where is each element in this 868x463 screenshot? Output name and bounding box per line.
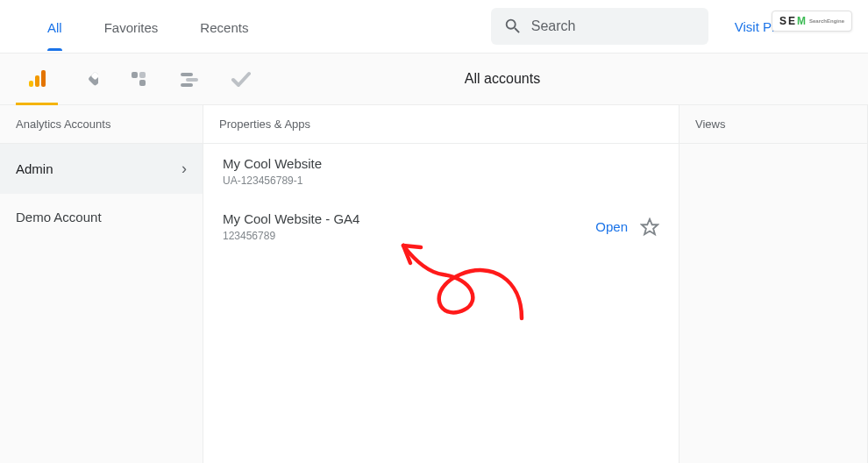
- property-item[interactable]: My Cool Website UA-123456789-1: [203, 144, 679, 199]
- account-item-demo[interactable]: Demo Account: [0, 194, 203, 240]
- scope-tabs: All Favorites Recents: [26, 3, 269, 51]
- product-switcher-row: All accounts: [0, 53, 868, 105]
- search-placeholder: Search: [531, 18, 576, 34]
- property-item[interactable]: My Cool Website - GA4 123456789 Open: [203, 199, 679, 254]
- tab-favorites[interactable]: Favorites: [83, 3, 180, 51]
- property-id: 123456789: [223, 230, 359, 242]
- svg-rect-6: [139, 72, 146, 78]
- accounts-header: Analytics Accounts: [0, 105, 203, 144]
- svg-rect-2: [41, 70, 46, 87]
- properties-header: Properties & Apps: [203, 105, 679, 144]
- account-label: Admin: [16, 161, 53, 176]
- account-item-admin[interactable]: Admin ›: [0, 144, 203, 194]
- picker-columns: Analytics Accounts Admin › Demo Account …: [0, 105, 868, 463]
- views-column: Views: [679, 105, 868, 463]
- product-icons: [26, 68, 251, 89]
- properties-column: Properties & Apps My Cool Website UA-123…: [203, 105, 679, 463]
- svg-marker-11: [642, 218, 658, 233]
- svg-rect-10: [181, 83, 193, 87]
- tag-manager-icon[interactable]: [77, 68, 98, 89]
- chevron-right-icon: ›: [181, 160, 187, 178]
- svg-rect-1: [35, 75, 39, 87]
- accounts-column: Analytics Accounts Admin › Demo Account: [0, 105, 203, 463]
- property-name: My Cool Website - GA4: [223, 211, 359, 226]
- property-name: My Cool Website: [223, 156, 322, 171]
- account-label: Demo Account: [16, 210, 102, 224]
- svg-rect-7: [139, 80, 146, 86]
- svg-rect-0: [29, 81, 33, 87]
- analytics-icon[interactable]: [26, 68, 47, 89]
- top-bar: All Favorites Recents Search Visit Platf…: [0, 0, 868, 53]
- all-accounts-heading: All accounts: [251, 71, 842, 87]
- views-header: Views: [679, 105, 867, 144]
- property-id: UA-123456789-1: [223, 175, 322, 187]
- tab-all[interactable]: All: [26, 3, 83, 51]
- data-studio-icon[interactable]: [179, 68, 200, 89]
- surveys-icon[interactable]: [230, 68, 251, 89]
- star-icon[interactable]: [640, 217, 659, 237]
- optimize-icon[interactable]: [128, 68, 149, 89]
- svg-rect-9: [186, 78, 198, 82]
- search-icon: [503, 17, 523, 36]
- search-input[interactable]: Search: [491, 8, 708, 45]
- watermark-badge: SEM SearchEngine: [772, 11, 852, 32]
- tab-recents[interactable]: Recents: [179, 3, 269, 51]
- svg-rect-8: [181, 73, 193, 76]
- svg-rect-5: [132, 72, 138, 78]
- open-link[interactable]: Open: [595, 219, 628, 234]
